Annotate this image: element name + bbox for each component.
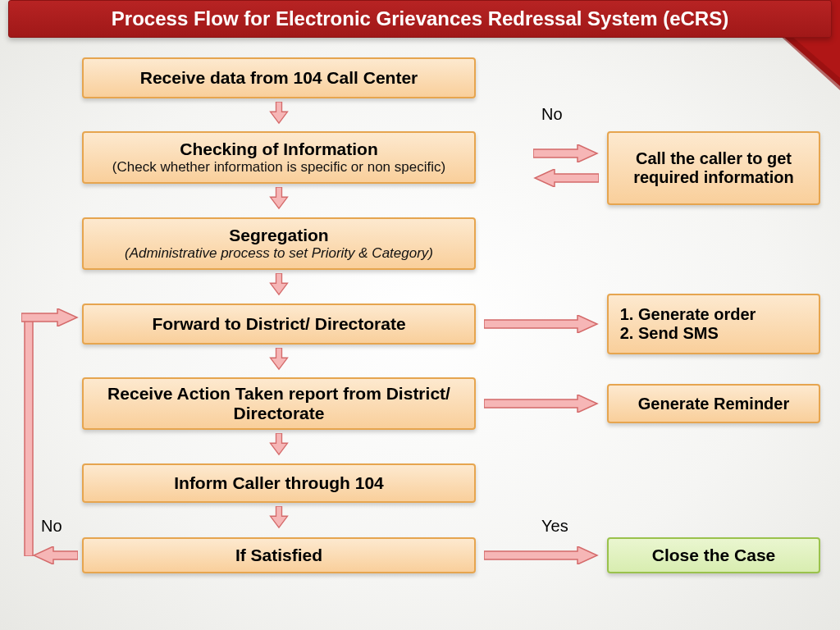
label-no-bottom: No bbox=[41, 517, 62, 536]
step-receive-atr: Receive Action Taken report from Distric… bbox=[82, 377, 476, 430]
list-item: Generate order bbox=[638, 305, 810, 324]
step-sublabel: (Administrative process to set Priority … bbox=[92, 245, 466, 262]
arrow-down-icon bbox=[267, 348, 290, 371]
svg-rect-2 bbox=[25, 318, 33, 556]
step-check: Checking of Information (Check whether i… bbox=[82, 131, 476, 184]
step-reminder: Generate Reminder bbox=[607, 384, 820, 423]
arrow-right-icon bbox=[484, 546, 599, 564]
arrow-down-icon bbox=[267, 102, 290, 125]
order-list: Generate order Send SMS bbox=[617, 305, 810, 343]
step-label: Receive Action Taken report from Distric… bbox=[92, 384, 466, 423]
step-close: Close the Case bbox=[607, 537, 820, 573]
step-label: Receive data from 104 Call Center bbox=[92, 68, 466, 88]
step-segregation: Segregation (Administrative process to s… bbox=[82, 217, 476, 270]
step-label: Checking of Information bbox=[92, 139, 466, 159]
step-label: Generate Reminder bbox=[617, 395, 810, 413]
arrow-down-icon bbox=[267, 433, 290, 456]
arrow-right-icon bbox=[484, 315, 599, 333]
step-label: Segregation bbox=[92, 226, 466, 245]
arrow-down-icon bbox=[267, 273, 290, 296]
step-forward: Forward to District/ Directorate bbox=[82, 304, 476, 345]
arrow-left-icon bbox=[533, 169, 599, 187]
arrow-right-icon bbox=[533, 144, 599, 162]
label-no-top: No bbox=[541, 105, 563, 124]
page-title: Process Flow for Electronic Grievances R… bbox=[8, 0, 832, 38]
arrow-right-icon bbox=[484, 395, 599, 413]
step-label: Forward to District/ Directorate bbox=[92, 314, 466, 334]
arrow-down-icon bbox=[267, 187, 290, 210]
loop-line-icon bbox=[20, 310, 38, 556]
list-item: Send SMS bbox=[638, 324, 810, 343]
arrow-down-icon bbox=[267, 506, 290, 529]
step-label: Close the Case bbox=[617, 546, 810, 565]
step-receive: Receive data from 104 Call Center bbox=[82, 57, 476, 98]
step-sublabel: (Check whether information is specific o… bbox=[92, 159, 466, 176]
arrow-left-icon bbox=[33, 546, 78, 564]
step-generate-order: Generate order Send SMS bbox=[607, 294, 820, 354]
step-call-back: Call the caller to get required informat… bbox=[607, 131, 820, 205]
label-yes: Yes bbox=[541, 517, 568, 536]
step-satisfied: If Satisfied bbox=[82, 537, 476, 573]
arrow-right-icon bbox=[21, 308, 79, 326]
step-label: Inform Caller through 104 bbox=[92, 473, 466, 493]
step-label: Call the caller to get required informat… bbox=[617, 149, 810, 187]
step-inform: Inform Caller through 104 bbox=[82, 463, 476, 503]
step-label: If Satisfied bbox=[92, 546, 466, 565]
